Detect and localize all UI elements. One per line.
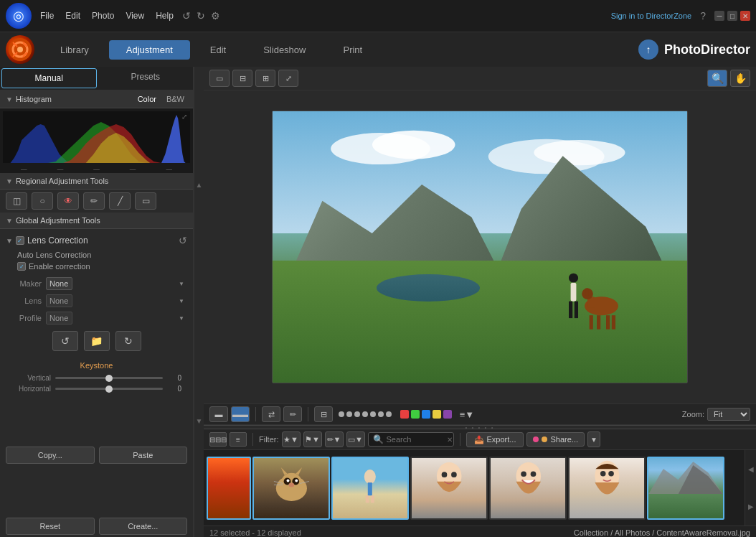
histogram-title: Histogram: [16, 95, 132, 103]
thumbnail-4[interactable]: [410, 457, 488, 520]
scroll-down-arrow[interactable]: ▼: [194, 303, 204, 537]
reset-button[interactable]: Reset: [6, 518, 95, 535]
horizontal-slider[interactable]: [55, 388, 163, 390]
color-blue[interactable]: [422, 410, 430, 419]
tool-pen[interactable]: ✏: [83, 192, 105, 210]
hand-tool-btn[interactable]: ✋: [730, 70, 750, 87]
bw-toggle[interactable]: B&W: [164, 94, 187, 104]
maker-label: Maker: [6, 279, 42, 288]
single-view-btn[interactable]: ▭: [209, 70, 230, 87]
dot-7[interactable]: [386, 411, 392, 417]
thumbnail-2[interactable]: [252, 457, 330, 520]
dot-1[interactable]: [339, 411, 344, 417]
compare-view-btn[interactable]: ⊟: [232, 70, 252, 87]
scroll-up-arrow[interactable]: ▲: [194, 67, 204, 303]
tab-slideshow[interactable]: Slideshow: [246, 40, 323, 60]
menu-view[interactable]: View: [126, 11, 144, 21]
tab-adjustment[interactable]: Adjustment: [109, 40, 190, 60]
tool-gradient[interactable]: ◫: [6, 192, 27, 210]
tool-eraser[interactable]: ╱: [109, 192, 131, 210]
create-button[interactable]: Create...: [99, 518, 188, 535]
filter-more-btn[interactable]: ▭▼: [346, 431, 365, 447]
dot-4[interactable]: [362, 411, 368, 417]
lens-select[interactable]: None: [46, 294, 72, 307]
rotate-left-btn[interactable]: ↺: [52, 331, 78, 351]
histogram-header[interactable]: ▼ Histogram Color B&W: [0, 90, 193, 108]
menu-edit[interactable]: Edit: [65, 11, 80, 21]
maximize-button[interactable]: □: [727, 11, 737, 21]
menu-photo[interactable]: Photo: [92, 11, 114, 21]
vertical-slider[interactable]: [55, 377, 163, 379]
filter-edit-btn[interactable]: ✏▼: [325, 431, 344, 447]
dot-5[interactable]: [370, 411, 376, 417]
close-button[interactable]: ✕: [740, 11, 750, 21]
hist-dash-4: ─: [130, 164, 136, 174]
color-purple[interactable]: [443, 410, 452, 419]
thumb-scroll-right[interactable]: ▶: [745, 488, 756, 526]
horizontal-thumb[interactable]: [105, 386, 113, 393]
share-button[interactable]: Share...: [526, 432, 585, 447]
color-green[interactable]: [411, 410, 420, 419]
dot-3[interactable]: [354, 411, 360, 417]
tab-manual[interactable]: Manual: [1, 68, 97, 88]
search-input[interactable]: [387, 435, 444, 444]
sign-in-link[interactable]: Sign in to DirectorZone: [611, 11, 692, 20]
tab-library[interactable]: Library: [43, 40, 106, 60]
copy-button[interactable]: Copy...: [6, 447, 95, 464]
zoom-select[interactable]: Fit 25% 50% 100% 200%: [707, 408, 750, 421]
color-yellow[interactable]: [433, 410, 441, 419]
undo-icon[interactable]: ↺: [182, 10, 191, 22]
dot-2[interactable]: [346, 411, 352, 417]
lens-checkbox[interactable]: ✓: [16, 236, 24, 245]
filmstrip-btn[interactable]: ▬: [209, 406, 228, 422]
profile-select[interactable]: None: [46, 312, 72, 324]
fullscreen-view-btn[interactable]: ⤢: [278, 70, 298, 87]
settings-icon[interactable]: ⚙: [211, 10, 220, 22]
filter-star-btn[interactable]: ★▼: [282, 431, 301, 447]
film-list-view-btn[interactable]: ≡: [230, 432, 247, 447]
thumbnail-5[interactable]: [489, 457, 567, 520]
minimize-button[interactable]: ─: [714, 11, 724, 21]
search-clear-btn[interactable]: ✕: [447, 436, 453, 444]
tool-radial[interactable]: ○: [32, 192, 53, 210]
tab-edit[interactable]: Edit: [193, 40, 243, 60]
vertical-thumb[interactable]: [105, 375, 113, 382]
color-red[interactable]: [400, 410, 409, 419]
thumbnail-6[interactable]: [568, 457, 646, 520]
tool-rect[interactable]: ▭: [135, 192, 156, 210]
menu-help[interactable]: Help: [156, 11, 174, 21]
paste-button[interactable]: Paste: [99, 447, 188, 464]
compare-btn[interactable]: ▬▬: [231, 406, 250, 422]
color-dots: [397, 410, 455, 419]
share-dropdown-btn[interactable]: ▼: [587, 431, 600, 447]
zoom-tool-btn[interactable]: 🔍: [707, 70, 727, 87]
color-toggle[interactable]: Color: [135, 94, 159, 104]
maker-select[interactable]: None: [46, 277, 72, 290]
thumbnail-3[interactable]: [331, 457, 409, 520]
thumbnail-7[interactable]: ✏: [647, 457, 724, 520]
redo-icon[interactable]: ↻: [197, 10, 205, 22]
rotate-right-btn[interactable]: ↻: [115, 331, 141, 351]
histogram-expand[interactable]: ⤢: [181, 113, 187, 121]
tab-print[interactable]: Print: [326, 40, 379, 60]
thumb-inner-5: [491, 458, 565, 518]
folder-btn[interactable]: 📁: [84, 331, 110, 351]
thumb-scroll-left[interactable]: ◀: [745, 450, 756, 488]
filter-flag-btn[interactable]: ⚑▼: [303, 431, 322, 447]
thumbnail-1[interactable]: [207, 457, 251, 520]
sort-btn[interactable]: ≡▼: [458, 406, 476, 422]
dot-6[interactable]: [378, 411, 384, 417]
brush-tool-btn[interactable]: ✏: [283, 406, 302, 422]
layers-btn[interactable]: ⊟: [314, 406, 333, 422]
grid-view-btn[interactable]: ⊞: [255, 70, 275, 87]
film-strip-view-btn[interactable]: ⊟⊟⊟: [209, 432, 227, 447]
menu-file[interactable]: File: [40, 11, 54, 21]
transform-btn[interactable]: ⇄: [262, 406, 280, 422]
tab-presets[interactable]: Presets: [98, 67, 194, 90]
global-tools-header[interactable]: ▼ Global Adjustment Tools: [0, 213, 193, 229]
tool-brush[interactable]: 👁: [57, 192, 79, 210]
help-icon[interactable]: ?: [700, 10, 706, 22]
export-button[interactable]: 📤 Export...: [466, 432, 524, 447]
enable-correction-checkbox[interactable]: ✓: [17, 262, 26, 271]
lens-reset[interactable]: ↺: [179, 235, 187, 246]
